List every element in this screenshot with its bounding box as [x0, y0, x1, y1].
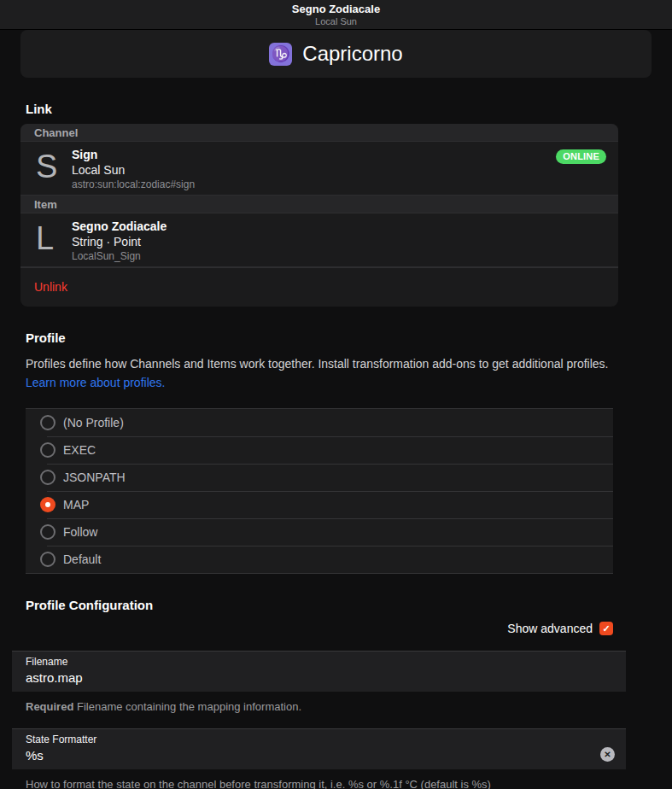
- show-advanced-toggle[interactable]: Show advanced ✓: [507, 622, 613, 635]
- filename-help: Required Filename containing the mapping…: [26, 700, 638, 714]
- profile-option-exec[interactable]: EXEC: [26, 436, 613, 464]
- capricorn-icon: ♑: [269, 43, 292, 66]
- profile-description: Profiles define how Channels and Items w…: [26, 354, 615, 392]
- radio-icon: [40, 524, 56, 540]
- profile-option-jsonpath[interactable]: JSONPATH: [26, 464, 613, 491]
- channel-group-header: Channel: [20, 124, 618, 142]
- link-card: Channel S Sign Local Sun astro:sun:local…: [20, 124, 618, 307]
- required-label: Required: [26, 700, 73, 713]
- profile-option-follow[interactable]: Follow: [26, 518, 613, 546]
- link-section-title: Link: [26, 102, 672, 117]
- profile-option-no-profile[interactable]: (No Profile): [26, 409, 613, 436]
- profile-description-text: Profiles define how Channels and Items w…: [26, 357, 609, 371]
- profile-options-list: (No Profile) EXEC JSONPATH MAP Follow De…: [26, 408, 613, 574]
- channel-title: Sign: [72, 146, 605, 162]
- item-state-label: Capricorno: [302, 42, 402, 66]
- channel-row[interactable]: S Sign Local Sun astro:sun:local:zodiac#…: [20, 142, 618, 196]
- channel-avatar: S: [34, 146, 72, 191]
- item-group-header: Item: [20, 196, 618, 213]
- filename-help-text: Filename containing the mapping informat…: [77, 700, 301, 713]
- navbar: Segno Zodiacale Local Sun: [0, 0, 672, 30]
- state-formatter-help-text: How to format the state on the channel b…: [26, 778, 491, 789]
- profile-option-default[interactable]: Default: [26, 546, 613, 573]
- advanced-row: Show advanced ✓: [26, 622, 613, 635]
- learn-more-link[interactable]: Learn more about profiles.: [26, 376, 165, 389]
- item-name: LocalSun_Sign: [72, 249, 605, 263]
- profile-option-label: JSONPATH: [63, 470, 126, 484]
- profile-section-title: Profile: [26, 330, 672, 346]
- state-formatter-input[interactable]: [26, 746, 572, 764]
- show-advanced-checkbox[interactable]: ✓: [599, 622, 613, 635]
- unlink-button[interactable]: Unlink: [20, 267, 618, 307]
- radio-icon: [40, 415, 56, 430]
- radio-icon-selected: [40, 497, 56, 512]
- profile-config-title: Profile Configuration: [26, 598, 672, 613]
- channel-uid: astro:sun:local:zodiac#sign: [72, 178, 605, 191]
- item-hero-card: ♑ Capricorno: [20, 30, 652, 78]
- unlink-label: Unlink: [34, 280, 67, 294]
- item-title: Segno Zodiacale: [72, 218, 605, 234]
- radio-icon: [40, 442, 56, 458]
- online-status-badge: ONLINE: [556, 149, 606, 164]
- item-type: String · Point: [72, 234, 605, 249]
- radio-icon: [40, 470, 56, 485]
- item-row[interactable]: L Segno Zodiacale String · Point LocalSu…: [20, 213, 618, 267]
- profile-option-label: EXEC: [63, 443, 96, 457]
- show-advanced-label: Show advanced: [507, 622, 593, 635]
- radio-icon: [40, 552, 56, 567]
- page-subtitle: Local Sun: [0, 15, 672, 27]
- clear-input-icon[interactable]: ✕: [600, 747, 615, 762]
- filename-input[interactable]: [26, 669, 572, 687]
- filename-label: Filename: [26, 656, 612, 669]
- state-formatter-label: State Formatter: [26, 733, 612, 746]
- profile-option-label: Follow: [63, 525, 97, 539]
- item-avatar: L: [34, 218, 72, 263]
- state-formatter-help: How to format the state on the channel b…: [26, 778, 638, 789]
- filename-field: Filename: [12, 651, 626, 692]
- profile-option-label: (No Profile): [63, 416, 124, 430]
- checkmark-icon: ✓: [602, 624, 610, 634]
- profile-option-map[interactable]: MAP: [26, 491, 613, 518]
- channel-subtitle: Local Sun: [72, 162, 605, 178]
- page-title: Segno Zodiacale: [0, 3, 672, 15]
- state-formatter-field: State Formatter ✕: [12, 728, 626, 769]
- profile-option-label: MAP: [63, 498, 89, 511]
- profile-option-label: Default: [63, 552, 101, 566]
